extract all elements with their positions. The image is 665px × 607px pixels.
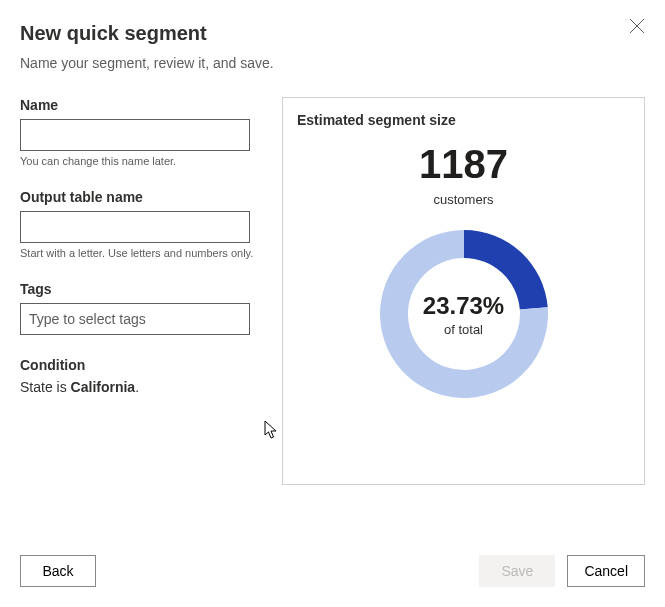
- page-subtitle: Name your segment, review it, and save.: [20, 55, 645, 71]
- tags-label: Tags: [20, 281, 256, 297]
- estimate-count-label: customers: [297, 192, 630, 207]
- condition-value: California: [71, 379, 136, 395]
- name-input[interactable]: [20, 119, 250, 151]
- back-button[interactable]: Back: [20, 555, 96, 587]
- tags-input[interactable]: [20, 303, 250, 335]
- close-icon[interactable]: [629, 18, 647, 36]
- estimate-title: Estimated segment size: [297, 112, 630, 128]
- dialog-footer: Back Save Cancel: [20, 555, 645, 587]
- condition-prefix: State is: [20, 379, 71, 395]
- estimate-card: Estimated segment size 1187 customers 23…: [282, 97, 645, 485]
- name-label: Name: [20, 97, 256, 113]
- page-title: New quick segment: [20, 22, 645, 45]
- condition-label: Condition: [20, 357, 256, 373]
- output-table-label: Output table name: [20, 189, 256, 205]
- estimate-donut-chart: 23.73% of total: [297, 219, 630, 409]
- condition-text: State is California.: [20, 379, 256, 395]
- output-table-helper: Start with a letter. Use letters and num…: [20, 247, 256, 259]
- condition-suffix: .: [135, 379, 139, 395]
- cancel-button[interactable]: Cancel: [567, 555, 645, 587]
- estimate-count: 1187: [297, 144, 630, 184]
- name-helper: You can change this name later.: [20, 155, 256, 167]
- donut-slice-segment: [464, 230, 548, 310]
- save-button: Save: [479, 555, 555, 587]
- quick-segment-panel: New quick segment Name your segment, rev…: [0, 0, 665, 607]
- form-column: Name You can change this name later. Out…: [20, 97, 256, 485]
- output-table-input[interactable]: [20, 211, 250, 243]
